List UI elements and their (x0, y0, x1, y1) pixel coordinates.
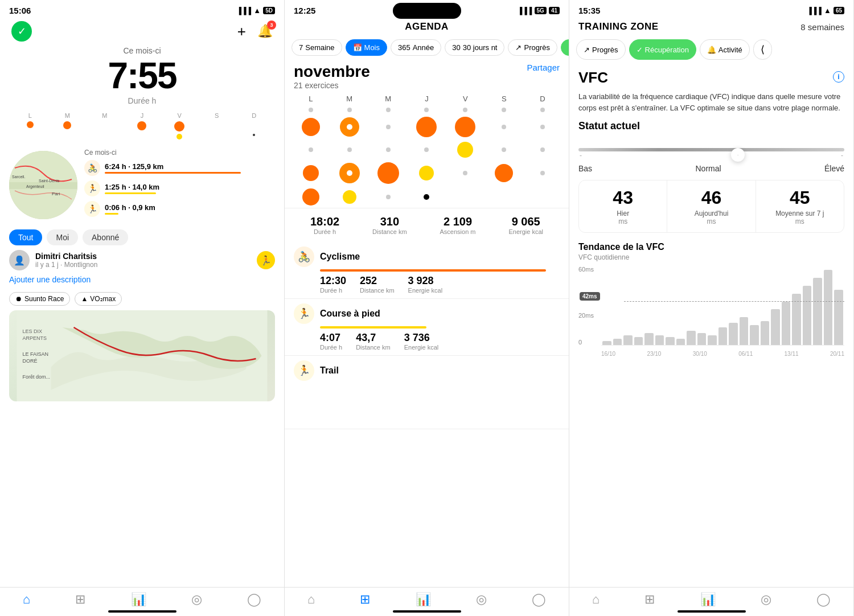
cycling-sport-icon: 🚴 (294, 247, 314, 267)
gauge-ticks: - - (578, 151, 844, 159)
chart-bars (601, 266, 844, 345)
status-icons-1: ▐▐▐ ▲ 5D (237, 6, 275, 15)
social-tabs: Tout Moi Abonné (0, 226, 284, 250)
suunto-label: Suunto Race (24, 295, 64, 303)
year-icon: 365 (398, 43, 410, 52)
time-display: 7:55 (11, 58, 273, 94)
sport-running: 🏃 Course à pied 4:07 Durée h 43,7 Distan… (285, 299, 569, 356)
chart-area: 42ms (601, 266, 844, 346)
trail-stat-val: 0:06 h · 0,9 km (105, 203, 275, 212)
y-20: 20ms (578, 312, 599, 319)
tab-tout[interactable]: Tout (9, 229, 42, 245)
chart-yaxis: 60ms 20ms 0 (578, 266, 599, 346)
tab-moi[interactable]: Moi (47, 229, 78, 245)
user-name: Dimitri Charitsis (35, 252, 97, 261)
nav-profile-1[interactable]: ◯ (247, 592, 261, 607)
notification-bell[interactable]: 🔔 3 (257, 24, 273, 39)
reference-line (624, 301, 844, 302)
activity-map[interactable]: Sarcell. Argenteuil Saint-Denis Pari (9, 151, 77, 219)
map-svg: Sarcell. Argenteuil Saint-Denis Pari (9, 151, 77, 219)
bar-14 (740, 317, 749, 345)
nav-home-3[interactable]: ⌂ (592, 592, 600, 607)
home-indicator-1 (108, 610, 176, 613)
recup-3-icon: ✓ (637, 46, 643, 54)
share-button[interactable]: Partager (527, 63, 560, 72)
nav-profile-2[interactable]: ◯ (532, 592, 546, 607)
gauge-indicator: · (731, 148, 745, 162)
trail-stat-bar (105, 213, 118, 215)
y-0: 0 (578, 339, 599, 346)
cycling-stats: 12:30 Durée h 252 Distance km 3 928 Ener… (294, 275, 560, 294)
info-icon[interactable]: i (833, 71, 844, 83)
bar-7 (666, 337, 675, 345)
trail-stat-row: 🏃 0:06 h · 0,9 km (84, 201, 275, 217)
panel-agenda: 12:25 ▐▐▐ 5G 41 AGENDA 7 Semaine 📅 Mois … (285, 0, 569, 616)
vfc-content: VFC i La variabilité de la fréquence car… (569, 64, 853, 616)
vfc-metrics: 43 Hier ms 46 Aujourd'hui ms 45 Moyenne … (578, 180, 844, 233)
metric-hier-val: 43 (584, 187, 662, 208)
trail-stat-text: 0:06 h · 0,9 km (105, 203, 275, 215)
battery-2: 41 (549, 7, 560, 14)
cycling-ener-label: Energie kcal (408, 287, 443, 294)
activity-badges: ⏺ Suunto Race ▲ VO₂max (0, 292, 284, 310)
tab-mois[interactable]: 📅 Mois (346, 39, 387, 56)
nav-chart-2[interactable]: 📊 (416, 592, 431, 607)
running-icon: 🏃 (84, 180, 100, 196)
add-button[interactable]: + (237, 23, 246, 40)
nav-home-2[interactable]: ⌂ (307, 592, 315, 607)
suunto-icon: ⏺ (15, 295, 22, 303)
app-logo[interactable]: ✓ (11, 21, 32, 42)
home-indicator-2 (393, 610, 461, 613)
cycling-duree: 12:30 Durée h (320, 275, 346, 294)
nav-calendar-3[interactable]: ⊞ (644, 592, 655, 607)
statut-title: Statut actuel (578, 120, 844, 132)
total-asc-label: Ascension m (440, 228, 476, 235)
nav-profile-3[interactable]: ◯ (816, 592, 831, 607)
header-actions: + 🔔 3 (237, 23, 273, 40)
tab-abonne[interactable]: Abonné (83, 229, 128, 245)
agenda-tabs: 7 Semaine 📅 Mois 365 Année 30 30 jours n… (285, 37, 569, 60)
nav-chart-1[interactable]: 📊 (131, 592, 146, 607)
progres-3-icon: ↗ (584, 46, 590, 54)
svg-text:LE FAISAN: LE FAISAN (23, 351, 49, 357)
cycling-stat-row: 🚴 6:24 h · 125,9 km (84, 160, 275, 176)
tab-annee[interactable]: 365 Année (391, 39, 441, 56)
bar-23 (834, 290, 843, 345)
tab-30jours[interactable]: 30 30 jours nt (445, 39, 504, 56)
bar-17 (771, 309, 780, 345)
user-info: Dimitri Charitsis il y a 1 j · Montligno… (35, 252, 97, 269)
signal-icon-3: ▐▐▐ (807, 7, 822, 15)
total-asc-val: 2 109 (440, 215, 476, 228)
nav-map-3[interactable]: ◎ (761, 592, 771, 607)
nav-calendar-2[interactable]: ⊞ (360, 592, 370, 607)
tab-recuperation[interactable]: ✓ Récupération (561, 39, 569, 56)
stats-month-label: Ce mois-ci (84, 149, 275, 157)
x-3010: 30/10 (693, 351, 707, 357)
trail-sport-icon: 🏃 (294, 360, 314, 381)
annee-label: Année (413, 43, 434, 52)
nav-map-2[interactable]: ◎ (476, 592, 487, 607)
tab-activite-3[interactable]: 🔔 Activité (700, 39, 750, 60)
nav-map-1[interactable]: ◎ (191, 592, 202, 607)
nav-calendar-1[interactable]: ⊞ (75, 592, 85, 607)
total-duree-label: Durée h (310, 228, 339, 235)
status-time-2: 12:25 (294, 6, 315, 15)
tab-progres-3[interactable]: ↗ Progrès (576, 39, 626, 60)
recup-icon: ✓ (568, 43, 569, 52)
nav-chart-3[interactable]: 📊 (700, 592, 716, 607)
add-description-link[interactable]: Ajouter une description (9, 273, 275, 288)
week-days-header: L M M J V S D (11, 112, 273, 119)
tab-semaine[interactable]: 7 Semaine (291, 39, 342, 56)
activity-card: 👤 Dimitri Charitsis il y a 1 j · Montlig… (0, 250, 284, 292)
range-bas: Bas (578, 164, 592, 173)
tab-progres[interactable]: ↗ Progrès (508, 39, 557, 56)
bar-1 (602, 341, 611, 345)
tab-recup-3[interactable]: ✓ Récupération (629, 39, 696, 60)
cycling-stat-bar (105, 172, 241, 174)
tab-extra[interactable]: ⟨ (753, 39, 772, 60)
x-0611: 06/11 (738, 351, 753, 357)
nav-home-1[interactable]: ⌂ (23, 592, 30, 607)
route-map[interactable]: LES DIX ARPENTS LE FAISAN DORÉ Forêt dom… (9, 310, 275, 401)
running-sport-icon: 🏃 (294, 303, 314, 324)
agenda-title: AGENDA (405, 21, 449, 32)
